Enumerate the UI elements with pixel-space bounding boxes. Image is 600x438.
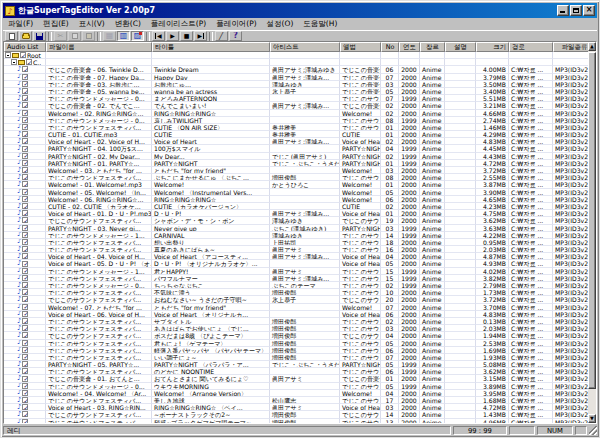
cell-year[interactable]: 2000 (399, 253, 420, 260)
cell-title[interactable]: ウキウキMORNING (152, 383, 270, 390)
cell-type[interactable]: MP3(ID3v2) (553, 332, 588, 339)
cell-comment[interactable] (445, 174, 476, 181)
row-checkbox[interactable] (22, 74, 28, 80)
cell-album[interactable]: PARTY☆NIGHT (340, 225, 381, 232)
cell-path[interactable]: C:₩자료 ... (509, 375, 553, 382)
cell-file[interactable]: でじこの音楽會 - 05. wanna be... (46, 88, 152, 95)
cell-type[interactable]: MP3(ID3v2) (553, 390, 588, 397)
cell-type[interactable]: MP3(ID3v2) (553, 138, 588, 145)
cell-path[interactable]: C:₩자료 ... (509, 225, 553, 232)
cell-year[interactable]: 2000 (399, 239, 420, 246)
table-row[interactable]: ♪でじこのサウンドフェスティバ...想い出祭り上田祐司でじこのサウンド...18… (4, 239, 588, 246)
cell-album[interactable]: でじこのサウンド... (340, 117, 381, 124)
cell-comment[interactable] (445, 117, 476, 124)
cell-size[interactable]: 2.74MB (476, 117, 509, 124)
table-row[interactable]: ♪Welcome! - 05. Welcome! 〈In...Welcome! … (4, 189, 588, 196)
row-checkbox[interactable] (22, 131, 28, 137)
cell-path[interactable]: C:₩자료 ... (509, 203, 553, 210)
table-row[interactable]: ♪でじこの音楽會 - 01. おてんと...おてんとさまに 聞いてみるにょ♡眞田… (4, 375, 588, 382)
cell-path[interactable]: C:₩자료 ... (509, 282, 553, 289)
prev-track-icon[interactable]: ◀ (152, 31, 165, 41)
menu-item-3[interactable]: 변환(C) (110, 19, 146, 29)
cell-size[interactable]: 1.46MB (476, 124, 509, 131)
cell-title[interactable]: 真夏のあきにばらぁ~ (152, 246, 270, 253)
row-checkbox[interactable] (22, 217, 28, 223)
cell-year[interactable]: 1999 (399, 361, 420, 368)
cell-artist[interactable]: 氷上恭子 (270, 88, 340, 95)
cell-size[interactable]: 4.87MB (476, 253, 509, 260)
cell-file[interactable]: でじこのサウンドフェスティバ... (46, 174, 152, 181)
cell-no[interactable]: 20 (381, 296, 399, 303)
cell-file[interactable]: Voice of Heart - 02. Voice of H... (46, 138, 152, 145)
cell-type[interactable]: MP3(ID3v2) (553, 375, 588, 382)
cell-album[interactable]: Welcome! (340, 167, 381, 174)
column-header-3[interactable]: 아티스트 (270, 42, 340, 52)
cell-artist[interactable]: 眞田アサミ;澤城み... (270, 275, 340, 282)
cell-title[interactable]: 想い出祭り (152, 239, 270, 246)
cell-genre[interactable]: Anime (420, 275, 445, 282)
cell-title[interactable]: PARTY☆NIGHT 〈パラパラ・ア... (152, 361, 270, 368)
cell-no[interactable]: 03 (381, 404, 399, 411)
cell-title[interactable]: いい調子にょ~ (152, 354, 270, 361)
column-header-9[interactable]: 크기 (476, 42, 509, 52)
cell-artist[interactable]: 眞田アサミ (270, 246, 340, 253)
cell-title[interactable]: のどかに NOONTIME (152, 368, 270, 375)
cell-comment[interactable] (445, 275, 476, 282)
cell-no[interactable]: 15 (381, 268, 399, 275)
cell-genre[interactable]: Anime (420, 189, 445, 196)
folder-checkbox[interactable] (26, 59, 32, 65)
cell-genre[interactable]: Anime (420, 282, 445, 289)
cell-no[interactable]: 02 (381, 102, 399, 109)
row-checkbox[interactable] (22, 102, 28, 108)
cell-year[interactable]: 2000 (399, 131, 420, 138)
row-checkbox[interactable] (22, 340, 28, 346)
cell-path[interactable]: C:₩자료 ... (509, 66, 553, 73)
table-row[interactable]: ♪CUTIE - 01. CUTIE.mp3CUTIE奥井雅美CUTIE0120… (4, 131, 588, 138)
cell-size[interactable]: 4.75MB (476, 210, 509, 217)
cell-year[interactable]: 1999 (399, 232, 420, 239)
cell-size[interactable]: 2.55MB (476, 174, 509, 181)
cell-genre[interactable]: Anime (420, 117, 445, 124)
cell-year[interactable]: 2000 (399, 196, 420, 203)
cell-artist[interactable]: 増田俊郎 (270, 411, 340, 418)
cell-path[interactable]: C:₩자료 ... (509, 253, 553, 260)
cell-album[interactable]: でじこのサウンド... (340, 347, 381, 354)
cell-artist[interactable]: 上田祐司 (270, 239, 340, 246)
cell-genre[interactable]: Anime (420, 74, 445, 81)
cell-artist[interactable]: 増田俊郎 (270, 419, 340, 423)
cell-size[interactable]: 3.21MB (476, 102, 509, 109)
row-checkbox[interactable] (22, 411, 28, 417)
cell-comment[interactable] (445, 340, 476, 347)
cell-type[interactable]: MP3(ID3v2) (553, 311, 588, 318)
cell-path[interactable]: C:₩자료 ... (509, 88, 553, 95)
cell-album[interactable]: でじこの音楽會 (340, 81, 381, 88)
cell-year[interactable]: 2000 (399, 246, 420, 253)
cell-year[interactable]: 2000 (399, 332, 420, 339)
cell-path[interactable]: C:₩자료 ... (509, 347, 553, 354)
new-file-icon[interactable] (5, 31, 18, 41)
cell-genre[interactable]: Anime (420, 411, 445, 418)
cell-title[interactable]: パワフルナマー (152, 275, 270, 282)
cell-genre[interactable]: Anime (420, 390, 445, 397)
cell-no[interactable]: 05 (381, 361, 399, 368)
cell-comment[interactable] (445, 203, 476, 210)
cell-path[interactable]: C:₩자료 ... (509, 210, 553, 217)
cell-file[interactable]: PARTY☆NIGHT - 05. PARTY☆... (46, 361, 152, 368)
cell-artist[interactable]: 奥井雅美 (270, 124, 340, 131)
cell-album[interactable]: PARTY☆NIGHT (340, 361, 381, 368)
table-row[interactable]: ♪でじこのサウンドフェスティバ...真夏のあきにばらぁ~眞田アサミでじこのサウン… (4, 246, 588, 253)
cell-artist[interactable]: 澤城みゆき (270, 217, 340, 224)
cell-no[interactable]: 01 (381, 181, 399, 188)
title-bar[interactable]: ♪ 한글SuperTagEditor Ver 2.00p7 × (3, 3, 597, 18)
cell-no[interactable]: 10 (381, 289, 399, 296)
cell-artist[interactable]: でじこ(眞田アサミ) (270, 153, 340, 160)
cell-artist[interactable]: 増田俊郎 (270, 354, 340, 361)
cell-album[interactable]: でじこのサウンド... (340, 275, 381, 282)
table-row[interactable]: ♪CUTIE - 02. CUTIE 〈カラオケ...CUTIE 〈カラオケバー… (4, 203, 588, 210)
cell-title[interactable]: Welcome! 〈Arrange Version〉 (152, 390, 270, 397)
cell-path[interactable]: C:₩자료 ... (509, 260, 553, 267)
row-checkbox[interactable] (22, 246, 28, 252)
cell-comment[interactable] (445, 289, 476, 296)
play-icon[interactable]: ▶ (166, 31, 179, 41)
cell-year[interactable]: 2000 (399, 347, 420, 354)
